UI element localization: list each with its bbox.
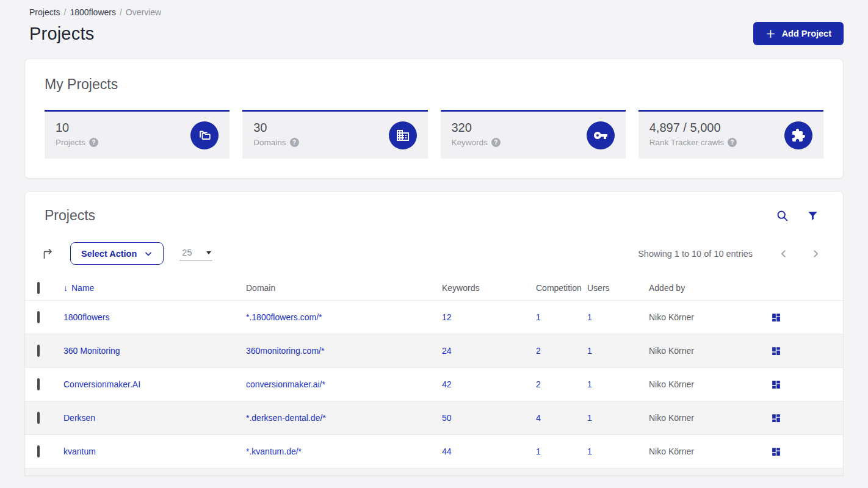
page-size-value: 25	[182, 248, 192, 257]
table-row: 1800flowers *.1800flowers.com/* 12 1 1 N…	[25, 300, 843, 334]
search-icon[interactable]	[776, 209, 789, 222]
redirect-arrow-icon[interactable]	[41, 247, 54, 260]
project-domain-link[interactable]: conversionmaker.ai/*	[246, 379, 442, 389]
users-count-link[interactable]: 1	[587, 312, 649, 322]
table-toolbar: Select Action 25 Showing 1 to 10 of 10 e…	[45, 242, 823, 265]
users-count-link[interactable]: 1	[587, 379, 649, 389]
filter-icon[interactable]	[807, 210, 819, 221]
project-name-link[interactable]: 360 Monitoring	[63, 346, 246, 356]
breadcrumb-separator: /	[120, 7, 122, 17]
breadcrumb: Projects/1800flowers/Overview	[29, 7, 844, 17]
breadcrumb-1800flowers[interactable]: 1800flowers	[70, 7, 116, 17]
row-checkbox[interactable]	[37, 311, 40, 323]
stat-card-projects: 10 Projects ?	[45, 110, 230, 159]
dashboard-icon[interactable]	[771, 413, 843, 423]
row-checkbox[interactable]	[37, 412, 40, 424]
row-checkbox[interactable]	[37, 378, 40, 390]
help-icon[interactable]: ?	[728, 138, 737, 147]
keywords-count-link[interactable]: 44	[442, 447, 536, 456]
domains-count-label: Domains	[253, 138, 286, 147]
pagination-next-button[interactable]	[810, 248, 821, 259]
keywords-count-link[interactable]: 42	[442, 379, 536, 389]
projects-table: ↓ Name Domain Keywords Competition Users…	[25, 276, 843, 475]
add-project-button[interactable]: Add Project	[753, 22, 844, 45]
puzzle-icon	[784, 121, 812, 149]
table-row: Derksen *.derksen-dental.de/* 50 4 1 Nik…	[25, 401, 843, 434]
projects-count-label: Projects	[56, 138, 85, 147]
key-icon	[587, 121, 615, 149]
page: Projects/1800flowers/Overview Projects A…	[0, 0, 868, 476]
stat-card-keywords: 320 Keywords ?	[441, 110, 626, 159]
project-name-link[interactable]: Derksen	[63, 413, 246, 423]
dashboard-icon[interactable]	[771, 346, 843, 356]
breadcrumb-separator: /	[64, 7, 67, 17]
dashboard-icon[interactable]	[771, 312, 843, 323]
project-domain-link[interactable]: *.kvantum.de/*	[246, 447, 442, 456]
select-action-dropdown[interactable]: Select Action	[70, 242, 164, 265]
pagination-prev-button[interactable]	[778, 248, 789, 259]
project-domain-link[interactable]: 360monitoring.com/*	[246, 346, 442, 356]
column-header-added-by[interactable]: Added by	[649, 283, 771, 293]
column-header-domain[interactable]: Domain	[246, 283, 442, 293]
project-name-link[interactable]: kvantum	[63, 447, 246, 456]
competition-count-link[interactable]: 1	[536, 312, 587, 322]
rank-tracker-label: Rank Tracker crawls	[649, 138, 724, 147]
project-name-link[interactable]: Conversionmaker.AI	[63, 379, 246, 389]
page-title: Projects	[29, 24, 94, 44]
caret-down-icon	[206, 251, 211, 254]
project-name-link[interactable]: 1800flowers	[63, 312, 246, 322]
users-count-link[interactable]: 1	[587, 346, 649, 356]
keywords-count-link[interactable]: 24	[442, 346, 536, 356]
building-icon	[389, 121, 417, 149]
chevron-down-icon	[144, 249, 153, 258]
project-domain-link[interactable]: *.1800flowers.com/*	[246, 312, 442, 322]
added-by-value: Niko Körner	[649, 447, 771, 456]
table-header-row: ↓ Name Domain Keywords Competition Users…	[25, 276, 843, 300]
page-header: Projects Add Project	[24, 22, 844, 45]
table-row: 360 Monitoring 360monitoring.com/* 24 2 …	[25, 334, 843, 367]
stat-card-rank-tracker: 4,897 / 5,000 Rank Tracker crawls ?	[638, 110, 823, 159]
added-by-value: Niko Körner	[649, 413, 771, 423]
help-icon[interactable]: ?	[290, 138, 299, 147]
my-projects-title: My Projects	[45, 76, 823, 93]
help-icon[interactable]: ?	[89, 138, 98, 147]
stat-card-domains: 30 Domains ?	[242, 110, 427, 159]
column-header-name[interactable]: ↓ Name	[63, 283, 246, 293]
competition-count-link[interactable]: 4	[536, 413, 587, 423]
column-header-users[interactable]: Users	[587, 283, 649, 293]
page-size-select[interactable]: 25	[179, 246, 212, 260]
added-by-value: Niko Körner	[649, 379, 771, 389]
help-icon[interactable]: ?	[491, 138, 501, 147]
stats-row: 10 Projects ? 30 Domains ?	[45, 110, 823, 159]
column-header-keywords[interactable]: Keywords	[442, 283, 536, 293]
add-project-label: Add Project	[782, 29, 831, 38]
folders-icon	[190, 121, 219, 149]
project-domain-link[interactable]: *.derksen-dental.de/*	[246, 413, 442, 423]
projects-panel-title: Projects	[45, 207, 95, 224]
dashboard-icon[interactable]	[771, 379, 843, 390]
keywords-count-label: Keywords	[452, 138, 488, 147]
competition-count-link[interactable]: 1	[536, 447, 587, 456]
row-checkbox[interactable]	[37, 445, 40, 458]
table-row: Conversionmaker.AI conversionmaker.ai/* …	[25, 367, 843, 401]
breadcrumb-overview: Overview	[126, 7, 161, 17]
dashboard-icon[interactable]	[771, 447, 843, 457]
breadcrumb-projects[interactable]: Projects	[29, 7, 60, 17]
competition-count-link[interactable]: 2	[536, 346, 587, 356]
keywords-count-link[interactable]: 50	[442, 413, 536, 423]
table-row: kvantum *.kvantum.de/* 44 1 1 Niko Körne…	[25, 434, 843, 468]
column-header-competition[interactable]: Competition	[536, 283, 587, 293]
select-action-label: Select Action	[81, 249, 137, 259]
plus-icon	[765, 29, 776, 39]
my-projects-card: My Projects 10 Projects ? 30 Doma	[24, 59, 844, 179]
competition-count-link[interactable]: 2	[536, 379, 587, 389]
users-count-link[interactable]: 1	[587, 447, 649, 456]
projects-table-card: Projects Se	[24, 191, 844, 476]
users-count-link[interactable]: 1	[587, 413, 649, 423]
select-all-checkbox[interactable]	[37, 282, 40, 294]
showing-entries-text: Showing 1 to 10 of 10 entries	[638, 249, 753, 259]
table-row-partial	[25, 468, 843, 475]
row-checkbox[interactable]	[37, 345, 40, 357]
added-by-value: Niko Körner	[649, 312, 771, 322]
keywords-count-link[interactable]: 12	[442, 312, 536, 322]
